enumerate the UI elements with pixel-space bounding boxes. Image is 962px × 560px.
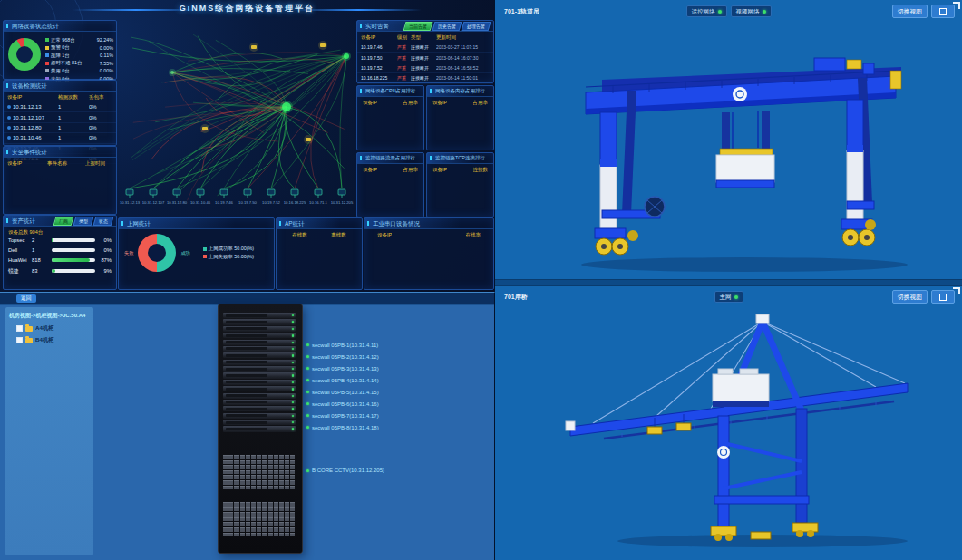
status-led-icon [292, 368, 294, 370]
patch-port [274, 470, 278, 475]
status-led-icon [306, 414, 309, 417]
network-topology-graph[interactable]: 10.31.12.1310.31.12.10710.31.12.8010.31.… [118, 20, 355, 216]
cell-count: 1 [58, 125, 89, 130]
fullscreen-button[interactable] [931, 5, 955, 18]
patch-port [279, 512, 284, 517]
unit-faceplate [226, 361, 267, 363]
rack-unit[interactable] [223, 393, 296, 399]
table-header: 设备IP占用率 [427, 97, 493, 109]
patch-port [279, 533, 284, 537]
rack-unit[interactable] [223, 406, 296, 411]
patch-port [251, 512, 256, 517]
rack-unit[interactable] [223, 326, 296, 332]
device-dot-icon [7, 136, 11, 140]
table-header: 设备IP级别类型更新时间 [357, 32, 493, 43]
patch-port [240, 533, 245, 537]
table-header: 设备IP检测次数丢包率 [4, 92, 116, 102]
server-label: secwall 05PB-4(10.31.4.14) [306, 374, 379, 386]
column-header: 事件名称 [47, 160, 85, 167]
network-status-pills: 主网 [713, 291, 745, 303]
patch-port [268, 507, 273, 512]
asset-rows: Topsec20%Dell10%HuaWei81887%锐捷839% [4, 236, 116, 277]
tree-item-label: B4机柜 [35, 336, 53, 344]
rtg-crane-3d-model[interactable] [495, 22, 962, 279]
rack-unit[interactable] [223, 386, 296, 391]
rack-unit[interactable] [223, 333, 296, 338]
panel-title-text: 资产统计 [12, 216, 35, 226]
server-label-text: secwall 05PB-7(10.31.4.17) [312, 413, 379, 419]
patch-port [246, 455, 250, 459]
patch-port [285, 480, 289, 485]
view-title: 701岸桥 [504, 293, 528, 302]
rack-unit[interactable] [223, 360, 296, 365]
rack-tree: A4机柜B4机柜 [5, 323, 93, 346]
asset-tab[interactable]: 厂商 [53, 217, 74, 226]
sts-crane-view: 701岸桥 主网 切换视图 [495, 280, 962, 560]
rack-unit[interactable] [223, 366, 296, 372]
patch-port [285, 507, 289, 512]
patch-port [268, 455, 273, 459]
switch-view-button[interactable]: 切换视图 [892, 290, 928, 304]
patch-port [228, 486, 233, 490]
vendor-pct: 0% [99, 247, 112, 253]
asset-tab[interactable]: 类型 [73, 217, 94, 226]
rack-unit[interactable] [223, 340, 296, 345]
asset-tab[interactable]: 状态 [93, 217, 114, 226]
legend-swatch [45, 62, 49, 65]
tree-item-cabinet[interactable]: A4机柜 [5, 323, 93, 334]
status-led-icon [292, 328, 294, 330]
patch-port [251, 517, 256, 522]
alarm-tab[interactable]: 当前告警 [403, 22, 433, 31]
rack-unit[interactable] [223, 372, 296, 378]
rack-unit[interactable] [223, 426, 296, 431]
legend-swatch [45, 69, 49, 72]
patch-port [223, 480, 228, 485]
network-pill[interactable]: 视频网络 [731, 5, 772, 17]
rack-unit[interactable] [223, 420, 296, 425]
cell-ip: 10.31.12.80 [7, 125, 58, 130]
expand-corner-icon[interactable] [953, 2, 960, 9]
sts-crane-3d-model[interactable] [495, 307, 962, 560]
switch-view-button[interactable]: 切换视图 [892, 5, 928, 18]
network-pill[interactable]: 运控网络 [686, 5, 727, 17]
alarm-tab[interactable]: 历史告警 [432, 22, 462, 31]
column-header: 在线率 [466, 232, 481, 238]
cell-loss: 0% [89, 115, 109, 121]
back-button[interactable]: 返回 [16, 294, 36, 303]
network-pill[interactable]: 主网 [714, 291, 743, 303]
core-device-text: B CORE CCTV(10.31.12.205) [312, 468, 384, 473]
rack-unit[interactable] [223, 352, 296, 358]
rack-units [223, 313, 296, 433]
patch-port [262, 465, 267, 469]
patch-port [262, 480, 267, 485]
tree-item-cabinet[interactable]: B4机柜 [5, 334, 93, 346]
patch-port [223, 455, 228, 459]
patch-port [279, 486, 284, 490]
unit-faceplate [226, 428, 267, 430]
rack-unit[interactable] [223, 413, 296, 419]
panel-title: 安全事件统计 [4, 147, 116, 158]
rack-unit[interactable] [223, 319, 296, 324]
patch-port [290, 533, 295, 537]
column-header: 设备IP [432, 100, 447, 106]
pill-label: 主网 [720, 292, 732, 302]
rtg-crane-view: 701-1轨道吊 运控网络视频网络 切换视图 [495, 0, 962, 280]
patch-port [257, 522, 261, 526]
ip-text: 10.31.12.13 [13, 104, 42, 110]
patch-port [234, 517, 238, 522]
rack-unit[interactable] [223, 313, 296, 318]
device-status-legend: 正常 968台92.24%预警 0台0.00%故障 1台0.11%超时不通 81… [43, 35, 113, 83]
patch-port [285, 517, 289, 522]
patch-port [285, 533, 289, 537]
fullscreen-button[interactable] [931, 290, 955, 304]
rack-unit[interactable] [223, 346, 296, 352]
expand-corner-icon[interactable] [953, 287, 960, 294]
server-rack[interactable] [218, 304, 303, 554]
column-header: 占用率 [473, 100, 489, 106]
tab-label: 当前告警 [409, 23, 427, 30]
rack-unit[interactable] [223, 400, 296, 405]
rack-unit[interactable] [223, 380, 296, 385]
patch-port [262, 517, 267, 522]
alarm-tab[interactable]: 处理告警 [462, 22, 491, 31]
status-led-icon [306, 391, 309, 393]
